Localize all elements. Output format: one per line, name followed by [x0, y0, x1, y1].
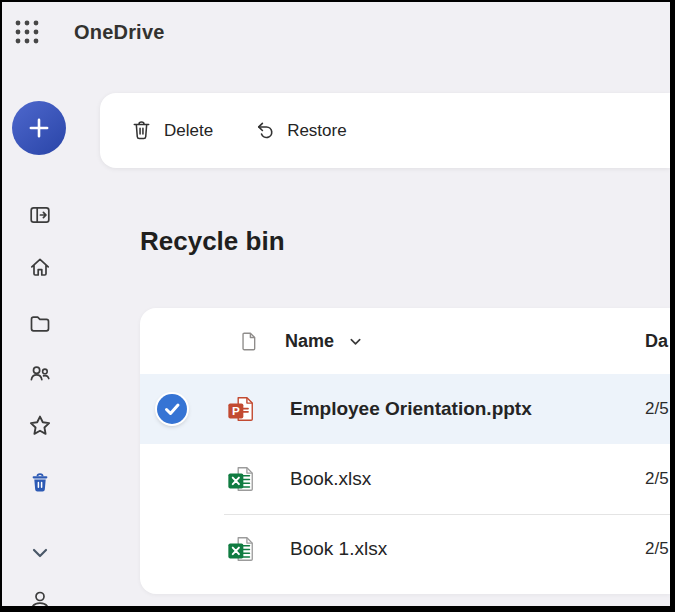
- file-date-deleted: 2/5: [645, 444, 669, 514]
- app-launcher-waffle-icon[interactable]: [14, 19, 40, 45]
- sort-chevron-down-icon: [348, 334, 363, 349]
- powerpoint-file-icon: P: [226, 394, 256, 424]
- file-date-deleted: 2/5: [645, 374, 669, 444]
- chevron-down-icon: [30, 543, 50, 563]
- home-icon: [28, 255, 52, 279]
- recycle-bin-icon: [28, 471, 52, 495]
- check-icon: [158, 395, 186, 423]
- excel-file-icon: [226, 534, 256, 564]
- file-date-deleted: 2/5: [645, 514, 669, 584]
- app-title: OneDrive: [74, 19, 165, 45]
- panel-toggle-icon: [28, 203, 52, 227]
- file-row-employee-orientation[interactable]: P Employee Orientation.pptx 2/5: [140, 374, 670, 444]
- file-name[interactable]: Book 1.xlsx: [290, 514, 387, 584]
- sidebar-item-favorites[interactable]: [26, 412, 54, 440]
- file-row-book-xlsx[interactable]: Book.xlsx 2/5: [140, 444, 670, 514]
- name-column-sort-button[interactable]: Name: [285, 308, 363, 374]
- file-name[interactable]: Book.xlsx: [290, 444, 371, 514]
- restore-button[interactable]: Restore: [253, 119, 347, 142]
- svg-text:P: P: [232, 404, 240, 417]
- account-button[interactable]: [28, 590, 52, 612]
- sidebar-item-recycle-bin[interactable]: [28, 471, 52, 495]
- plus-icon: [26, 115, 52, 141]
- onedrive-window: OneDrive: [0, 0, 675, 612]
- delete-button-label: Delete: [164, 121, 213, 141]
- toggle-navigation-pane-button[interactable]: [28, 203, 52, 227]
- list-header-row: Name Da: [140, 308, 670, 374]
- people-icon: [28, 361, 52, 385]
- sidebar-item-my-files[interactable]: [28, 312, 52, 336]
- star-icon: [26, 412, 54, 440]
- sidebar-expand-chevron[interactable]: [30, 543, 50, 563]
- sidebar-item-shared[interactable]: [28, 361, 52, 385]
- page-title: Recycle bin: [140, 226, 285, 257]
- row-selected-checkmark[interactable]: [157, 394, 187, 424]
- file-row-book1-xlsx[interactable]: Book 1.xlsx 2/5: [140, 514, 670, 584]
- delete-trash-icon: [130, 119, 153, 142]
- file-list-card: Name Da P Employee Orientation.pptx: [140, 308, 670, 594]
- person-icon: [28, 590, 52, 612]
- date-deleted-column-label[interactable]: Da: [645, 308, 668, 374]
- delete-button[interactable]: Delete: [130, 119, 213, 142]
- excel-file-icon: [226, 464, 256, 494]
- name-column-label: Name: [285, 331, 334, 352]
- restore-button-label: Restore: [287, 121, 347, 141]
- file-name[interactable]: Employee Orientation.pptx: [290, 374, 532, 444]
- command-bar: Delete Restore: [100, 93, 670, 168]
- folder-icon: [28, 312, 52, 336]
- restore-undo-icon: [253, 119, 276, 142]
- waffle-icon: [14, 19, 40, 45]
- file-type-column-icon[interactable]: [238, 330, 260, 352]
- sidebar-item-home[interactable]: [28, 255, 52, 279]
- add-new-button[interactable]: [12, 101, 66, 155]
